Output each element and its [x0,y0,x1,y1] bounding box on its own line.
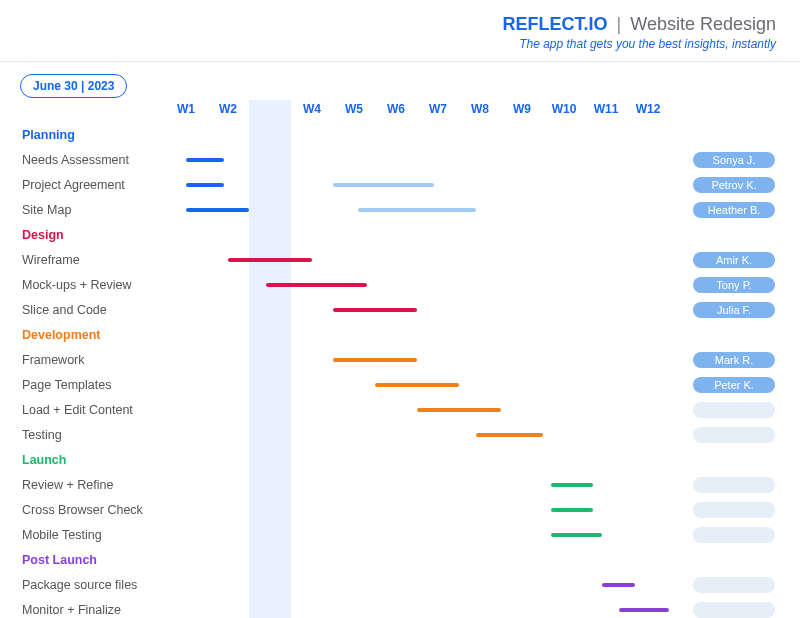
week-header-w10: W10 [552,102,577,116]
gantt-bar[interactable] [476,433,543,437]
gantt-bar[interactable] [551,533,601,537]
gantt-chart: W1W2W3W4W5W6W7W8W9W10W11W12PlanningNeeds… [0,100,800,618]
assignee-pill[interactable]: Peter K. [693,377,775,393]
assignee-pill [693,602,775,618]
assignee-pill [693,527,775,543]
assignee-pill [693,502,775,518]
gantt-bar[interactable] [551,483,593,487]
task-label: Testing [0,428,165,442]
group-header-launch: Launch [0,453,165,467]
gantt-bar[interactable] [619,608,669,612]
assignee-pill[interactable]: Tony P. [693,277,775,293]
assignee-pill[interactable]: Heather B. [693,202,775,218]
page-title: REFLECT.IO | Website Redesign [24,14,776,35]
header-divider [0,61,800,62]
task-label: Wireframe [0,253,165,267]
gantt-bar[interactable] [333,308,417,312]
task-label: Page Templates [0,378,165,392]
gantt-bar[interactable] [186,183,224,187]
gantt-bar[interactable] [266,283,367,287]
gantt-bar[interactable] [333,183,434,187]
gantt-bar[interactable] [551,508,593,512]
week-header-w6: W6 [387,102,405,116]
task-label: Framework [0,353,165,367]
group-header-development: Development [0,328,165,342]
group-header-planning: Planning [0,128,165,142]
header: REFLECT.IO | Website Redesign The app th… [0,0,800,59]
group-header-design: Design [0,228,165,242]
task-label: Monitor + Finalize [0,603,165,617]
assignee-pill [693,577,775,593]
week-header-w11: W11 [594,102,619,116]
gantt-bar[interactable] [602,583,636,587]
week-header-w2: W2 [219,102,237,116]
gantt-bar[interactable] [417,408,501,412]
week-header-w9: W9 [513,102,531,116]
task-label: Project Agreement [0,178,165,192]
group-header-post-launch: Post Launch [0,553,165,567]
title-separator: | [617,14,622,34]
assignee-pill [693,477,775,493]
task-label: Review + Refine [0,478,165,492]
assignee-pill[interactable]: Mark R. [693,352,775,368]
gantt-bar[interactable] [186,158,224,162]
week-header-w4: W4 [303,102,321,116]
gantt-bar[interactable] [228,258,312,262]
brand-name: REFLECT.IO [503,14,608,34]
task-label: Site Map [0,203,165,217]
week-header-w12: W12 [636,102,661,116]
task-label: Needs Assessment [0,153,165,167]
assignee-pill[interactable]: Julia F. [693,302,775,318]
gantt-bar[interactable] [375,383,459,387]
assignee-pill[interactable]: Petrov K. [693,177,775,193]
project-name: Website Redesign [630,14,776,34]
date-badge[interactable]: June 30 | 2023 [20,74,127,98]
task-label: Mobile Testing [0,528,165,542]
assignee-pill [693,427,775,443]
gantt-bar[interactable] [358,208,476,212]
gantt-bar[interactable] [333,358,417,362]
task-label: Slice and Code [0,303,165,317]
week-header-w7: W7 [429,102,447,116]
week-header-w8: W8 [471,102,489,116]
tagline: The app that gets you the best insights,… [24,37,776,51]
gantt-bar[interactable] [186,208,249,212]
week-header-w1: W1 [177,102,195,116]
task-label: Cross Browser Check [0,503,165,517]
task-label: Mock-ups + Review [0,278,165,292]
week-header-w5: W5 [345,102,363,116]
assignee-pill[interactable]: Amir K. [693,252,775,268]
assignee-pill[interactable]: Sonya J. [693,152,775,168]
task-label: Package source files [0,578,165,592]
task-label: Load + Edit Content [0,403,165,417]
assignee-pill [693,402,775,418]
